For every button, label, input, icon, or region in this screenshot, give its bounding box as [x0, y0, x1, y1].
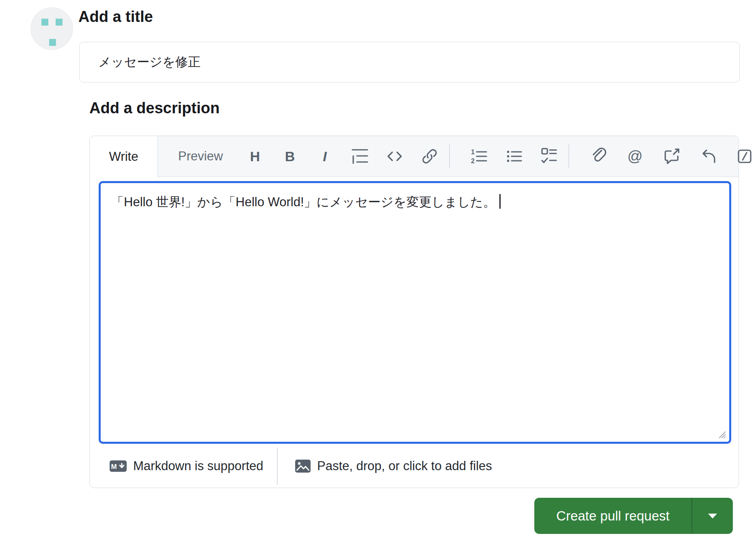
- description-text: 「Hello 世界!」から「Hello World!」にメッセージを変更しました…: [111, 195, 496, 209]
- quote-icon: [350, 147, 369, 166]
- reply-button[interactable]: [698, 147, 718, 166]
- link-icon: [420, 147, 439, 166]
- tab-write-label: Write: [109, 149, 138, 164]
- heading-button[interactable]: H: [245, 147, 265, 166]
- bold-button[interactable]: B: [280, 147, 300, 166]
- tab-preview[interactable]: Preview: [158, 136, 243, 177]
- toolbar-divider: [449, 145, 450, 168]
- markdown-supported-label: Markdown is supported: [133, 459, 264, 473]
- attach-file-button[interactable]: [589, 147, 608, 166]
- code-icon: [385, 147, 404, 166]
- ordered-list-icon: 1 2: [469, 147, 489, 166]
- text-cursor: [499, 194, 501, 209]
- image-icon: [295, 459, 311, 473]
- toolbar-divider: [568, 145, 569, 168]
- footer-divider: [277, 447, 278, 485]
- reply-icon: [698, 147, 718, 166]
- slash-command-button[interactable]: [735, 147, 754, 166]
- quote-button[interactable]: [350, 147, 369, 166]
- link-button[interactable]: [420, 147, 439, 166]
- markdown-supported-link[interactable]: M Markdown is supported: [109, 444, 264, 488]
- create-pull-request-dropdown[interactable]: [692, 498, 733, 534]
- tab-write[interactable]: Write: [90, 136, 158, 177]
- svg-text:M: M: [111, 463, 117, 471]
- create-pull-request-button[interactable]: Create pull request: [534, 498, 691, 534]
- task-list-button[interactable]: [539, 147, 559, 166]
- code-button[interactable]: [385, 147, 404, 166]
- task-list-icon: [539, 147, 559, 166]
- bold-icon: B: [285, 149, 295, 164]
- svg-text:1: 1: [471, 149, 475, 156]
- description-label: Add a description: [89, 99, 220, 117]
- markdown-icon: M: [109, 460, 127, 472]
- markdown-toolbar: H B I: [243, 136, 754, 177]
- unordered-list-icon: [504, 147, 524, 166]
- description-editor: Write Preview H B I: [89, 136, 739, 488]
- ordered-list-button[interactable]: 1 2: [469, 147, 489, 166]
- resize-grip[interactable]: [717, 430, 726, 439]
- add-files-button[interactable]: Paste, drop, or click to add files: [295, 444, 492, 488]
- create-pull-request-label: Create pull request: [556, 508, 670, 524]
- title-label: Add a title: [78, 7, 153, 26]
- tab-preview-label: Preview: [178, 149, 223, 164]
- svg-text:2: 2: [471, 158, 475, 164]
- editor-footer: M Markdown is supported Paste, drop, or …: [90, 444, 739, 488]
- description-textarea[interactable]: 「Hello 世界!」から「Hello World!」にメッセージを変更しました…: [99, 181, 731, 444]
- identicon-square: [49, 39, 56, 46]
- slash-command-icon: [735, 147, 754, 166]
- add-files-label: Paste, drop, or click to add files: [317, 459, 492, 473]
- title-input[interactable]: [79, 42, 740, 82]
- create-pull-request-split-button: Create pull request: [534, 498, 733, 534]
- paperclip-icon: [589, 147, 608, 166]
- cross-reference-button[interactable]: [662, 147, 681, 166]
- mention-icon: @: [627, 148, 643, 165]
- italic-button[interactable]: I: [315, 147, 335, 166]
- italic-icon: I: [323, 149, 326, 164]
- heading-icon: H: [250, 149, 260, 164]
- unordered-list-button[interactable]: [504, 147, 524, 166]
- user-avatar-identicon: [30, 7, 73, 50]
- editor-tabnav: Write Preview H B I: [90, 136, 739, 177]
- cross-reference-icon: [662, 147, 681, 166]
- mention-button[interactable]: @: [625, 147, 645, 166]
- chevron-down-icon: [708, 514, 717, 518]
- identicon-square: [41, 19, 48, 26]
- identicon-square: [56, 19, 63, 26]
